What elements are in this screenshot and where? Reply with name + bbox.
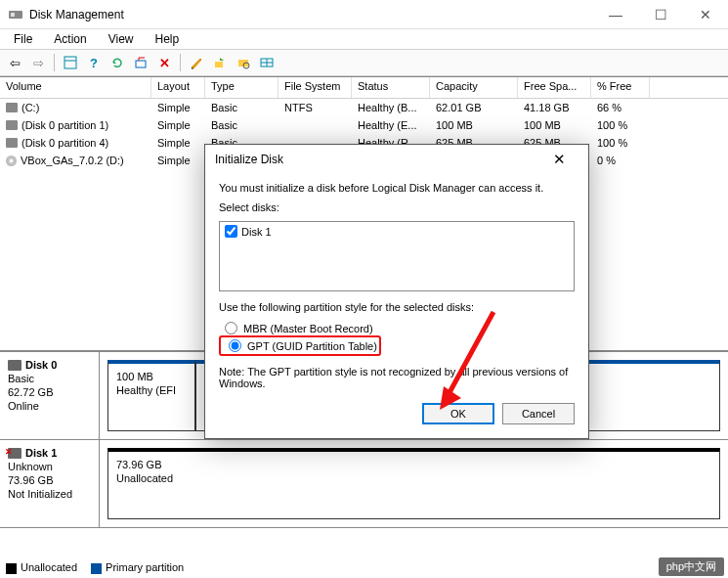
legend-swatch (6, 563, 17, 574)
volume-row[interactable]: (Disk 0 partition 1)SimpleBasicHealthy (… (0, 116, 728, 134)
disk-checkbox-row[interactable]: Disk 1 (225, 225, 569, 238)
toolbar-extend-icon[interactable] (209, 52, 231, 73)
cell-layout: Simple (151, 136, 205, 150)
dialog-close-button[interactable]: ✕ (539, 151, 578, 168)
menu-file[interactable]: File (4, 30, 42, 48)
cell-free: 41.18 GB (518, 101, 591, 114)
volume-row[interactable]: (C:)SimpleBasicNTFSHealthy (B...62.01 GB… (0, 99, 728, 116)
partition-box[interactable]: 73.96 GBUnallocated (107, 448, 720, 519)
col-filesystem[interactable]: File System (278, 77, 352, 98)
cell-pct: 100 % (591, 136, 650, 150)
menu-bar: File Action View Help (0, 29, 728, 49)
gpt-label: GPT (GUID Partition Table) (247, 340, 377, 352)
cell-layout: Simple (151, 101, 205, 114)
legend-primary: Primary partition (91, 561, 184, 574)
disk-row[interactable]: Disk 1Unknown73.96 GBNot Initialized73.9… (0, 440, 728, 528)
cell-layout: Simple (151, 154, 205, 167)
drive-icon (6, 120, 18, 130)
disk-info: Disk 1Unknown73.96 GBNot Initialized (0, 440, 100, 527)
col-free[interactable]: Free Spa... (518, 77, 591, 98)
cell-fs: NTFS (278, 101, 352, 114)
minimize-button[interactable]: — (593, 0, 638, 29)
toolbar-view-icon[interactable] (60, 52, 81, 73)
toolbar-grid-icon[interactable] (256, 52, 278, 73)
window-controls: — ☐ ✕ (593, 0, 728, 29)
nav-forward-button[interactable]: ⇨ (27, 52, 49, 73)
toolbar-detach-icon[interactable] (130, 52, 151, 73)
toolbar-separator (54, 54, 55, 71)
nav-back-button[interactable]: ⇦ (4, 52, 25, 73)
cell-capacity: 100 MB (430, 118, 518, 132)
dialog-buttons: OK Cancel (219, 403, 575, 424)
col-pct-free[interactable]: % Free (591, 77, 650, 98)
legend: Unallocated Primary partition (6, 561, 184, 574)
cell-volume: (Disk 0 partition 4) (0, 136, 151, 150)
cell-free: 100 MB (518, 118, 591, 132)
toolbar-list-icon[interactable] (233, 52, 254, 73)
menu-help[interactable]: Help (146, 30, 190, 48)
cell-layout: Simple (151, 118, 205, 132)
toolbar-delete-icon[interactable]: ✕ (153, 52, 175, 73)
cell-volume: (Disk 0 partition 1) (0, 118, 151, 132)
col-capacity[interactable]: Capacity (430, 77, 518, 98)
menu-action[interactable]: Action (44, 30, 96, 48)
volume-header: Volume Layout Type File System Status Ca… (0, 77, 728, 99)
maximize-button[interactable]: ☐ (638, 0, 683, 29)
disk-info: Disk 0Basic62.72 GBOnline (0, 352, 100, 439)
col-volume[interactable]: Volume (0, 77, 151, 98)
svg-rect-1 (11, 13, 15, 17)
mbr-radio[interactable] (225, 322, 237, 334)
window-title: Disk Management (29, 8, 593, 22)
menu-view[interactable]: View (99, 30, 144, 48)
disk-select-list[interactable]: Disk 1 (219, 221, 575, 291)
optical-disc-icon (6, 156, 17, 166)
cell-pct: 66 % (591, 101, 650, 114)
cell-capacity: 62.01 GB (430, 101, 518, 114)
close-button[interactable]: ✕ (683, 0, 728, 29)
mbr-option-row[interactable]: MBR (Master Boot Record) (219, 321, 575, 335)
svg-rect-2 (64, 57, 76, 68)
gpt-radio[interactable] (229, 339, 241, 352)
legend-unallocated: Unallocated (6, 561, 77, 574)
dialog-title: Initialize Disk (215, 153, 283, 166)
ok-button[interactable]: OK (422, 403, 494, 424)
cell-type: Basic (205, 118, 278, 132)
svg-rect-4 (136, 61, 146, 67)
disk1-checkbox[interactable] (225, 225, 237, 238)
cell-status: Healthy (B... (352, 101, 430, 114)
title-bar: Disk Management — ☐ ✕ (0, 0, 728, 29)
app-icon (8, 7, 23, 22)
cell-fs (278, 124, 352, 126)
disk-partitions: 73.96 GBUnallocated (100, 440, 728, 527)
col-status[interactable]: Status (352, 77, 430, 98)
drive-icon (6, 103, 18, 112)
cell-volume: VBox_GAs_7.0.2 (D:) (0, 154, 151, 167)
partition-box[interactable]: 100 MBHealthy (EFI (107, 360, 195, 431)
disk-icon (8, 448, 21, 459)
initialize-disk-dialog: Initialize Disk ✕ You must initialize a … (204, 144, 589, 439)
cell-status: Healthy (E... (352, 118, 430, 132)
watermark: php中文网 (659, 557, 724, 576)
cell-pct: 100 % (591, 118, 650, 132)
disk-icon (8, 360, 21, 371)
disk1-label: Disk 1 (241, 226, 272, 238)
dialog-note: Note: The GPT partition style is not rec… (219, 366, 575, 389)
cell-pct: 0 % (591, 154, 650, 167)
toolbar: ⇦ ⇨ ? ✕ (0, 49, 728, 76)
col-type[interactable]: Type (205, 77, 278, 98)
svg-rect-5 (215, 62, 223, 67)
partition-style-label: Use the following partition style for th… (219, 301, 575, 313)
drive-icon (6, 138, 18, 148)
gpt-highlight: GPT (GUID Partition Table) (219, 335, 381, 356)
dialog-body: You must initialize a disk before Logica… (205, 174, 588, 438)
legend-swatch (91, 563, 102, 574)
cancel-button[interactable]: Cancel (502, 403, 575, 424)
dialog-intro: You must initialize a disk before Logica… (219, 182, 575, 194)
toolbar-help-icon[interactable]: ? (83, 52, 105, 73)
gpt-option-row[interactable]: GPT (GUID Partition Table) (223, 338, 377, 353)
dialog-titlebar: Initialize Disk ✕ (205, 145, 588, 174)
toolbar-properties-icon[interactable] (186, 52, 207, 73)
col-layout[interactable]: Layout (151, 77, 205, 98)
cell-type: Basic (205, 101, 278, 114)
toolbar-refresh-icon[interactable] (107, 52, 128, 73)
